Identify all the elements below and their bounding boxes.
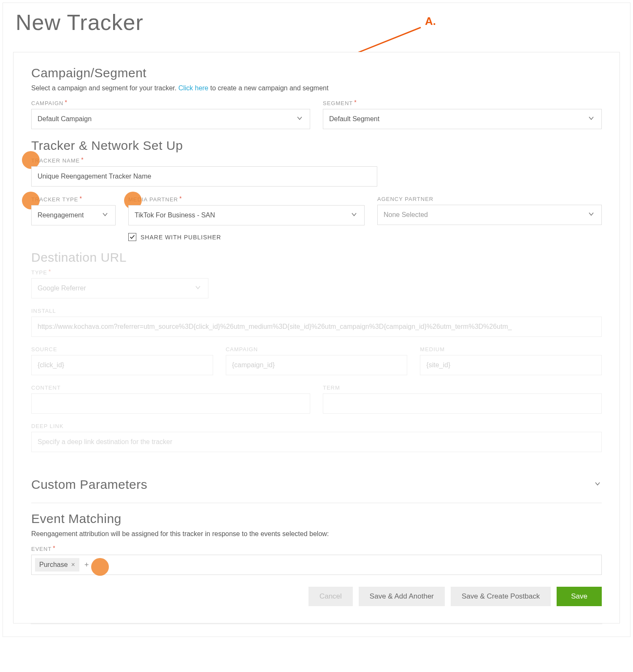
segment-label: SEGMENT*	[323, 100, 602, 106]
install-field[interactable]	[38, 317, 595, 336]
event-matching-title: Event Matching	[31, 512, 602, 526]
segment-select[interactable]: Default Segment	[323, 109, 602, 129]
term-input[interactable]	[323, 393, 602, 414]
tracker-type-select[interactable]: Reengagement	[31, 205, 116, 225]
custom-parameters-toggle[interactable]: Custom Parameters	[31, 474, 602, 499]
deeplink-field[interactable]	[38, 432, 595, 452]
agency-partner-label: AGENCY PARTNER	[377, 196, 602, 202]
desc-post: to create a new campaign and segment	[208, 84, 329, 92]
tracker-type-value: Reengagement	[38, 211, 97, 219]
desc-pre: Select a campaign and segment for your t…	[31, 84, 179, 92]
agency-partner-select[interactable]: None Selected	[377, 205, 602, 225]
term-field[interactable]	[329, 394, 595, 413]
checkbox-icon	[128, 233, 136, 241]
campaign-segment-title: Campaign/Segment	[31, 66, 602, 80]
shadow	[31, 623, 602, 625]
dest-campaign-label: CAMPAIGN	[226, 346, 408, 352]
share-with-publisher-label: SHARE WITH PUBLISHER	[141, 234, 221, 241]
tracker-name-field[interactable]	[38, 167, 371, 186]
medium-field[interactable]	[426, 355, 595, 375]
chevron-down-icon	[101, 210, 109, 220]
annotation-a-label: A.	[425, 15, 436, 28]
page-title: New Tracker	[16, 10, 620, 35]
share-with-publisher-checkbox[interactable]: SHARE WITH PUBLISHER	[128, 233, 221, 241]
campaign-segment-desc: Select a campaign and segment for your t…	[31, 84, 602, 92]
tracker-name-label: TRACKER NAME*	[31, 157, 377, 164]
dest-type-select[interactable]: Google Referrer	[31, 278, 208, 298]
source-label: SOURCE	[31, 346, 213, 352]
term-label: TERM	[323, 385, 602, 391]
remove-tag-icon[interactable]: ×	[71, 561, 75, 569]
chevron-down-icon	[587, 114, 595, 124]
campaign-value: Default Campaign	[38, 115, 291, 123]
source-input[interactable]	[31, 355, 213, 375]
save-button[interactable]: Save	[557, 587, 602, 606]
event-tag-label: Purchase	[39, 561, 68, 569]
event-tag-input[interactable]: Purchase × +	[31, 555, 602, 575]
campaign-label: CAMPAIGN*	[31, 100, 310, 106]
content-label: CONTENT	[31, 385, 310, 391]
agency-partner-value: None Selected	[384, 211, 583, 219]
destination-url-title: Destination URL	[31, 250, 602, 265]
dest-type-value: Google Referrer	[38, 285, 189, 292]
save-add-another-button[interactable]: Save & Add Another	[359, 587, 445, 606]
dest-campaign-input[interactable]	[226, 355, 408, 375]
event-tag: Purchase ×	[35, 558, 79, 572]
deeplink-label: DEEP LINK	[31, 423, 602, 429]
click-here-link[interactable]: Click here	[179, 84, 208, 92]
content-field[interactable]	[38, 394, 304, 413]
chevron-down-icon	[350, 210, 358, 220]
chevron-down-icon	[587, 210, 595, 220]
medium-input[interactable]	[420, 355, 602, 375]
chevron-down-icon	[593, 480, 602, 490]
save-create-postback-button[interactable]: Save & Create Postback	[451, 587, 551, 606]
custom-parameters-title: Custom Parameters	[31, 477, 147, 492]
medium-label: MEDIUM	[420, 346, 602, 352]
event-label: EVENT*	[31, 545, 602, 552]
media-partner-value: TikTok For Business - SAN	[135, 211, 346, 219]
divider	[31, 503, 602, 503]
campaign-select[interactable]: Default Campaign	[31, 109, 310, 129]
add-tag-icon[interactable]: +	[83, 561, 91, 569]
media-partner-label: MEDIA PARTNER*	[128, 196, 365, 203]
content-input[interactable]	[31, 393, 310, 414]
source-field[interactable]	[38, 355, 207, 375]
tracker-type-label: TRACKER TYPE*	[31, 196, 116, 203]
dest-campaign-field[interactable]	[232, 355, 401, 375]
tracker-setup-title: Tracker & Network Set Up	[31, 138, 602, 153]
tracker-name-input[interactable]	[31, 166, 377, 187]
chevron-down-icon	[194, 283, 202, 293]
install-input[interactable]	[31, 317, 602, 337]
deeplink-input[interactable]	[31, 432, 602, 452]
cancel-button[interactable]: Cancel	[308, 587, 353, 606]
chevron-down-icon	[295, 114, 304, 124]
segment-value: Default Segment	[329, 115, 583, 123]
event-matching-desc: Reengagement attribution will be assigne…	[31, 530, 602, 538]
media-partner-select[interactable]: TikTok For Business - SAN	[128, 205, 365, 225]
install-label: INSTALL	[31, 308, 602, 314]
dest-type-label: TYPE*	[31, 269, 208, 276]
